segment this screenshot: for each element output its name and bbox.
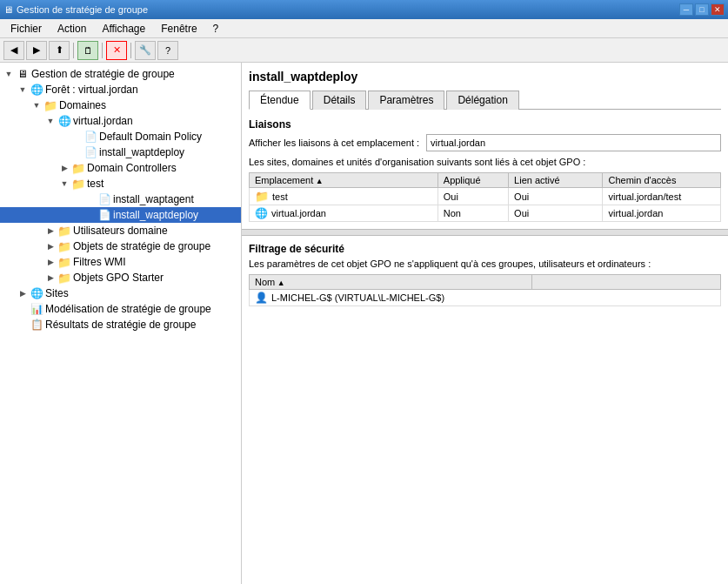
left-panel: ▼ 🖥 Gestion de stratégie de groupe ▼ 🌐 F… bbox=[0, 63, 242, 584]
table-row[interactable]: 🌐virtual.jordan Non Oui virtual.jordan bbox=[250, 205, 721, 222]
window-title: Gestion de stratégie de groupe bbox=[17, 4, 148, 15]
iwa-label: install_waptagent bbox=[113, 193, 194, 205]
tree-item-modelisation[interactable]: ▶ 📊 Modélisation de stratégie de groupe bbox=[0, 301, 241, 317]
tree-root[interactable]: ▼ 🖥 Gestion de stratégie de groupe bbox=[0, 66, 241, 82]
domaines-expander[interactable]: ▼ bbox=[30, 98, 43, 112]
mod-label: Modélisation de stratégie de groupe bbox=[45, 303, 211, 315]
liaisons-table: Emplacement Appliqué Lien activé Chemin … bbox=[249, 172, 721, 222]
test-expander[interactable]: ▼ bbox=[57, 177, 71, 191]
menu-help[interactable]: ? bbox=[206, 21, 226, 37]
tab-etendue[interactable]: Étendue bbox=[249, 91, 311, 110]
sites-expander[interactable]: ▶ bbox=[16, 286, 30, 300]
og-expander[interactable]: ▶ bbox=[43, 271, 57, 285]
cell-emplacement: 📁test bbox=[250, 188, 438, 205]
tree-item-test[interactable]: ▼ 📁 test bbox=[0, 176, 241, 191]
menu-fenetre[interactable]: Fenêtre bbox=[154, 21, 204, 37]
fw-expander[interactable]: ▶ bbox=[43, 255, 57, 269]
panel-divider bbox=[242, 229, 728, 236]
tree-item-install-waptagent[interactable]: ▶ 📄 install_waptagent bbox=[0, 191, 241, 207]
maximize-button[interactable]: □ bbox=[695, 3, 709, 16]
test-icon: 📁 bbox=[71, 177, 85, 191]
fw-label: Filtres WMI bbox=[73, 256, 126, 268]
up-button[interactable]: ⬆ bbox=[49, 41, 70, 60]
table-row[interactable]: 📁test Oui Oui virtual.jordan/test bbox=[250, 188, 721, 205]
iwd-label: install_waptdeploy bbox=[113, 209, 198, 221]
tab-details[interactable]: Détails bbox=[312, 91, 367, 110]
tab-delegation[interactable]: Délégation bbox=[446, 91, 518, 110]
cell-nom: 👤L-MICHEL-G$ (VIRTUAL\L-MICHEL-G$) bbox=[250, 290, 721, 306]
vj-expander[interactable]: ▼ bbox=[43, 114, 57, 128]
tree-item-resultats[interactable]: ▶ 📋 Résultats de stratégie de groupe bbox=[0, 317, 241, 332]
mod-expander: ▶ bbox=[16, 302, 30, 316]
menu-affichage[interactable]: Affichage bbox=[95, 21, 152, 37]
tree-item-domaines[interactable]: ▼ 📁 Domaines bbox=[0, 97, 241, 113]
back-button[interactable]: ◀ bbox=[3, 41, 24, 60]
filtrage-title: Filtrage de sécurité bbox=[249, 243, 721, 255]
root-label: Gestion de stratégie de groupe bbox=[31, 68, 175, 80]
iwa-expander: ▶ bbox=[83, 192, 97, 206]
domaines-folder-icon: 📁 bbox=[43, 98, 57, 112]
root-expander[interactable]: ▼ bbox=[2, 67, 16, 81]
dc-expander[interactable]: ▶ bbox=[57, 161, 71, 175]
liaisons-section: Liaisons Afficher les liaisons à cet emp… bbox=[249, 118, 721, 222]
vj-icon: 🌐 bbox=[57, 114, 71, 128]
forward-button[interactable]: ▶ bbox=[26, 41, 47, 60]
tree-item-objets-gpo[interactable]: ▶ 📁 Objets GPO Starter bbox=[0, 270, 241, 285]
tree-item-utilisateurs[interactable]: ▶ 📁 Utilisateurs domaine bbox=[0, 223, 241, 238]
cell-lien-active: Oui bbox=[509, 188, 603, 205]
os-icon: 📁 bbox=[57, 239, 71, 253]
util-expander[interactable]: ▶ bbox=[43, 224, 57, 238]
tree-item-install-waptdeploy-selected[interactable]: ▶ 📄 install_waptdeploy bbox=[0, 207, 241, 223]
toolbar: ◀ ▶ ⬆ 🗒 ✕ 🔧 ? bbox=[0, 38, 728, 63]
app-icon: 🖥 bbox=[3, 4, 13, 15]
os-label: Objets de stratégie de groupe bbox=[73, 240, 210, 252]
cell-lien-active: Oui bbox=[509, 205, 603, 222]
tree-item-virtual-jordan[interactable]: ▼ 🌐 virtual.jordan bbox=[0, 113, 241, 129]
title-bar: 🖥 Gestion de stratégie de groupe ─ □ ✕ bbox=[0, 0, 728, 19]
iwdt-icon: 📄 bbox=[83, 145, 97, 159]
col-emplacement[interactable]: Emplacement bbox=[250, 173, 438, 188]
col-nom[interactable]: Nom bbox=[250, 275, 532, 290]
table-row[interactable]: 👤L-MICHEL-G$ (VIRTUAL\L-MICHEL-G$) bbox=[250, 290, 721, 306]
liaisons-title: Liaisons bbox=[249, 118, 721, 131]
show-hide-button[interactable]: 🗒 bbox=[77, 41, 98, 60]
iwdt-expander: ▶ bbox=[70, 145, 83, 159]
tree-item-install-waptdeploy-top[interactable]: ▶ 📄 install_waptdeploy bbox=[0, 144, 241, 160]
cell-emplacement: 🌐virtual.jordan bbox=[250, 205, 438, 222]
tree-item-default-domain[interactable]: ▶ 📄 Default Domain Policy bbox=[0, 129, 241, 144]
util-icon: 📁 bbox=[57, 224, 71, 238]
forest-expander[interactable]: ▼ bbox=[16, 83, 30, 97]
location-label: Afficher les liaisons à cet emplacement … bbox=[249, 138, 419, 148]
iwd-expander: ▶ bbox=[83, 208, 97, 222]
tabs: Étendue Détails Paramètres Délégation bbox=[249, 91, 721, 110]
mod-icon: 📊 bbox=[30, 302, 43, 316]
tree-item-sites[interactable]: ▶ 🌐 Sites bbox=[0, 285, 241, 301]
iwdt-label: install_waptdeploy bbox=[99, 146, 184, 158]
tree-item-domain-controllers[interactable]: ▶ 📁 Domain Controllers bbox=[0, 160, 241, 176]
menu-action[interactable]: Action bbox=[50, 21, 93, 37]
ddp-label: Default Domain Policy bbox=[99, 131, 202, 143]
sites-label: Sites bbox=[45, 287, 69, 299]
tree-item-filtres-wmi[interactable]: ▶ 📁 Filtres WMI bbox=[0, 254, 241, 270]
cell-applique: Non bbox=[437, 205, 508, 222]
close-button[interactable]: ✕ bbox=[711, 3, 725, 16]
toolbar-separator-1 bbox=[73, 43, 74, 58]
properties-button[interactable]: 🔧 bbox=[135, 41, 156, 60]
minimize-button[interactable]: ─ bbox=[679, 3, 693, 16]
os-expander[interactable]: ▶ bbox=[43, 239, 57, 253]
col-applique[interactable]: Appliqué bbox=[437, 173, 508, 188]
menu-fichier[interactable]: Fichier bbox=[3, 21, 49, 37]
tab-parametres[interactable]: Paramètres bbox=[368, 91, 444, 110]
domaines-label: Domaines bbox=[59, 99, 106, 111]
liaisons-desc: Les sites, domaines et unités d'organisa… bbox=[249, 157, 721, 167]
tree-item-objets-strategie[interactable]: ▶ 📁 Objets de stratégie de groupe bbox=[0, 238, 241, 254]
filtrage-section: Filtrage de sécurité Les paramètres de c… bbox=[249, 243, 721, 306]
help-button[interactable]: ? bbox=[157, 41, 178, 60]
ddp-icon: 📄 bbox=[83, 130, 97, 144]
col-chemin[interactable]: Chemin d'accès bbox=[603, 173, 721, 188]
tree-item-forest[interactable]: ▼ 🌐 Forêt : virtual.jordan bbox=[0, 82, 241, 97]
col-lien-active[interactable]: Lien activé bbox=[509, 173, 603, 188]
dc-label: Domain Controllers bbox=[87, 162, 177, 174]
location-input[interactable] bbox=[426, 134, 721, 151]
delete-button[interactable]: ✕ bbox=[106, 41, 127, 60]
